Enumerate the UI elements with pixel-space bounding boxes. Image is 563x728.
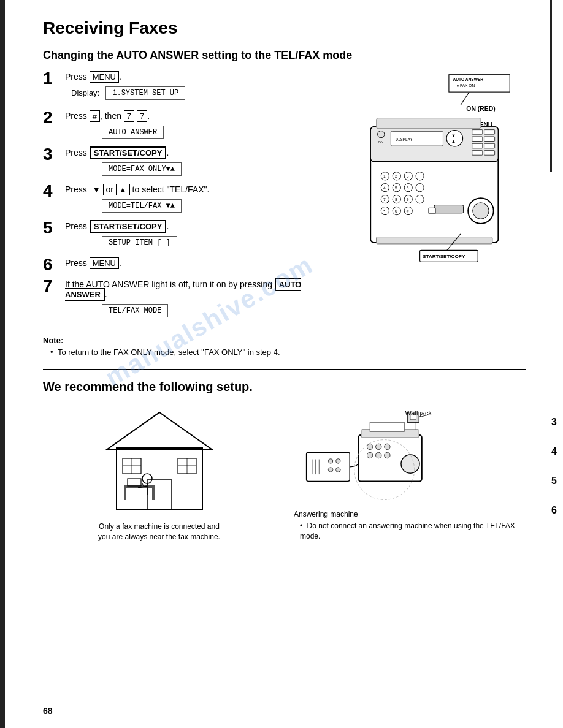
svg-point-81: [376, 444, 381, 449]
steps-and-diagram: 1 Press MENU. Display: 1.SYSTEM SET UP 2: [43, 72, 526, 326]
recommend-section: Only a fax machine is connected and you …: [43, 406, 526, 542]
svg-rect-53: [434, 205, 463, 213]
step-1-content: Press MENU. Display: 1.SYSTEM SET UP: [65, 72, 342, 105]
left-caption: Only a fax machine is connected and you …: [98, 521, 221, 542]
menu-key-1: MENU: [90, 71, 119, 83]
svg-text:#: #: [407, 209, 409, 213]
step-4-number: 4: [43, 183, 65, 200]
step-6-text: Press MENU.: [65, 258, 342, 268]
hash-key: #: [90, 110, 100, 122]
svg-rect-19: [484, 137, 495, 142]
step-2-number: 2: [43, 109, 65, 126]
svg-rect-71: [152, 488, 155, 500]
svg-text:START/SET/COPY: START/SET/COPY: [423, 254, 465, 259]
recommend-title: We recommend the following setup.: [43, 380, 526, 394]
answering-machine-label: Answering machine: [294, 510, 526, 518]
house-diagram: [98, 406, 221, 517]
step-2-content: Press #, then 7 7. AUTO ANSWER: [65, 111, 342, 142]
step-3-text: Press START/SET/COPY.: [65, 148, 342, 157]
right-bar: [550, 0, 552, 172]
right-page-numbers: 3 4 5 6: [551, 417, 557, 516]
svg-line-3: [461, 92, 469, 105]
step-4-content: Press ▼ or ▲ to select "TEL/FAX". MODE=T…: [65, 184, 342, 215]
seven-key-2: 7: [137, 110, 147, 122]
svg-point-14: [378, 131, 385, 137]
step-1-number: 1: [43, 70, 65, 87]
svg-point-84: [376, 452, 381, 458]
svg-point-92: [336, 459, 341, 464]
step-1-display-row: Display: 1.SYSTEM SET UP: [65, 84, 342, 102]
section-divider: [43, 369, 526, 370]
svg-point-37: [416, 184, 424, 192]
display-box-5: SETUP ITEM [ ]: [102, 236, 177, 249]
wall-jack-label: Wall jack: [405, 409, 432, 417]
svg-text:▲: ▲: [451, 138, 456, 144]
step-5-content: Press START/SET/COPY. SETUP ITEM [ ]: [65, 221, 342, 252]
step-2: 2 Press #, then 7 7. AUTO ANSWER: [43, 111, 342, 142]
svg-rect-22: [472, 151, 483, 156]
step-7-text: If the AUTO ANSWER light is off, turn it…: [65, 279, 342, 299]
svg-rect-62: [147, 480, 172, 509]
steps-column: 1 Press MENU. Display: 1.SYSTEM SET UP 2: [43, 72, 342, 326]
svg-point-82: [385, 444, 390, 449]
svg-text:6: 6: [407, 186, 409, 190]
svg-point-83: [367, 452, 372, 458]
svg-text:0: 0: [395, 209, 397, 213]
recommend-left: Only a fax machine is connected and you …: [43, 406, 275, 542]
svg-text:4: 4: [383, 186, 386, 190]
right-num-4: 4: [551, 446, 557, 457]
page-number: 68: [43, 706, 53, 716]
svg-rect-59: [377, 118, 481, 129]
svg-rect-16: [472, 130, 483, 135]
menu-key-6: MENU: [90, 257, 119, 269]
step-5: 5 Press START/SET/COPY. SETUP ITEM [ ]: [43, 221, 342, 252]
svg-point-94: [336, 468, 341, 472]
display-box-3: MODE=FAX ONLY▼▲: [102, 162, 182, 176]
answering-machine-diagram: [294, 406, 429, 504]
step-7-number: 7: [43, 278, 65, 295]
seven-key-1: 7: [124, 110, 134, 122]
svg-rect-54: [429, 208, 435, 213]
step-1: 1 Press MENU. Display: 1.SYSTEM SET UP: [43, 72, 342, 105]
svg-rect-20: [472, 143, 483, 148]
step-3-number: 3: [43, 146, 65, 163]
svg-rect-70: [124, 488, 126, 500]
svg-rect-23: [484, 151, 495, 156]
diagram-column: AUTO ANSWER ● FAX ON ON (RED) MENU DISPL…: [354, 72, 526, 326]
page-title: Receiving Faxes: [43, 18, 526, 38]
svg-text:● FAX ON: ● FAX ON: [456, 83, 475, 88]
svg-point-45: [381, 207, 389, 214]
svg-text:9: 9: [407, 197, 409, 202]
svg-point-80: [367, 444, 372, 449]
svg-text:7: 7: [383, 197, 386, 202]
svg-text:ON: ON: [378, 140, 383, 144]
svg-point-85: [385, 452, 390, 458]
left-bar: [0, 0, 5, 728]
auto-answer-key-7: AUTO ANSWER: [65, 278, 301, 301]
svg-text:2: 2: [395, 174, 397, 178]
step-5-text: Press START/SET/COPY.: [65, 221, 342, 231]
start-set-copy-key-3: START/SET/COPY: [90, 146, 167, 159]
right-num-3: 3: [551, 417, 557, 428]
up-key: ▲: [116, 184, 130, 195]
svg-point-93: [328, 468, 333, 472]
step-6-number: 6: [43, 256, 65, 273]
svg-text:1: 1: [383, 174, 386, 178]
start-set-copy-key-5: START/SET/COPY: [90, 220, 167, 233]
step-4: 4 Press ▼ or ▲ to select "TEL/FAX". MODE…: [43, 184, 342, 215]
recommend-right: Wall jack Answering machine Do not conne…: [294, 406, 526, 542]
svg-point-30: [416, 172, 424, 180]
note-title: Note:: [43, 336, 526, 345]
svg-rect-21: [484, 143, 495, 148]
down-key: ▼: [90, 184, 104, 195]
svg-rect-87: [307, 452, 350, 481]
svg-text:DISPLAY: DISPLAY: [396, 137, 413, 142]
svg-rect-17: [484, 130, 495, 135]
display-label-1: Display:: [71, 88, 99, 97]
note-bullet: To return to the FAX ONLY mode, select "…: [43, 347, 526, 357]
svg-text:3: 3: [407, 174, 409, 178]
svg-point-86: [401, 455, 419, 473]
step-3: 3 Press START/SET/COPY. MODE=FAX ONLY▼▲: [43, 148, 342, 178]
svg-text:8: 8: [395, 197, 397, 202]
fax-machine-diagram: AUTO ANSWER ● FAX ON ON (RED) MENU DISPL…: [354, 72, 520, 286]
